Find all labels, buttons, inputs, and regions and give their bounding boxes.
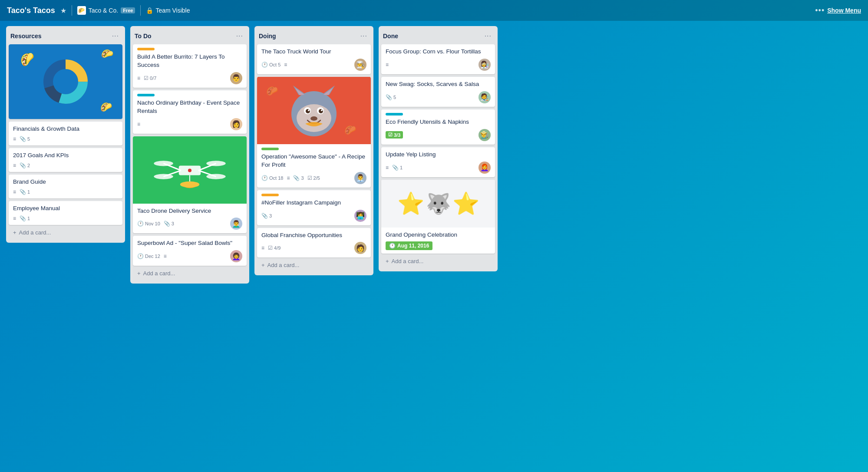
- card-swag-body: New Swag: Socks, Scarves & Salsa 📎 5 🧑‍🎨: [381, 77, 495, 107]
- sauce-footer: 🕐 Oct 18 ≡ 📎 3 ☑: [261, 172, 366, 184]
- avatar-nacho: 👩: [230, 118, 242, 130]
- card-goals-meta: ≡ 📎 2: [13, 162, 118, 168]
- card-franchise[interactable]: Global Franchise Opportunities ≡ ☑ 4/9 🧑: [257, 228, 371, 258]
- due-superbowl: 🕐 Dec 12: [137, 253, 160, 259]
- description-yelp: ≡: [386, 165, 389, 171]
- insta-attach: 3: [269, 213, 272, 218]
- workspace-info[interactable]: 🌮 Taco & Co. Free: [77, 6, 135, 15]
- add-card-todo[interactable]: + Add a card...: [133, 267, 247, 279]
- opening-meta: 🕐 Aug 11, 2016: [386, 241, 491, 250]
- card-brand[interactable]: Brand Guide ≡ 📎 1: [9, 175, 122, 198]
- visibility-icon: 🔒: [146, 7, 153, 14]
- card-nacho-title: Nacho Ordinary Birthday - Event Space Re…: [137, 99, 242, 116]
- header-divider: [72, 5, 72, 16]
- description-superbowl: ≡: [164, 253, 167, 259]
- checklist-sauce: ☑ 2/5: [307, 175, 320, 181]
- due-drone: 🕐 Nov 10: [137, 221, 160, 227]
- franchise-meta: ≡ ☑ 4/9: [261, 245, 281, 251]
- card-focus-group[interactable]: Focus Group: Corn vs. Flour Tortillas ≡ …: [381, 44, 495, 74]
- lines-icon-2: ≡: [13, 162, 16, 168]
- card-burrito[interactable]: Build A Better Burrito: 7 Layers To Succ…: [133, 44, 247, 88]
- paperclip-sauce: 📎: [293, 175, 300, 181]
- lines-icon: ≡: [13, 136, 16, 142]
- card-superbowl[interactable]: Superbowl Ad - "Super Salad Bowls" 🕐 Dec…: [133, 236, 247, 266]
- description-icon-goals: ≡: [13, 162, 16, 168]
- lines-icon-nacho: ≡: [137, 121, 140, 127]
- card-brand-meta: ≡ 📎 1: [13, 189, 118, 195]
- column-done: Done ··· Focus Group: Corn vs. Flour Tor…: [379, 26, 498, 271]
- due-sauce: 🕐 Oct 18: [261, 175, 283, 181]
- card-nacho[interactable]: Nacho Ordinary Birthday - Event Space Re…: [133, 90, 247, 134]
- column-header-doing: Doing ···: [254, 30, 373, 44]
- star-icon[interactable]: ★: [60, 7, 66, 15]
- column-content-todo: Build A Better Burrito: 7 Layers To Succ…: [130, 44, 249, 266]
- check-sauce: ☑: [307, 175, 312, 181]
- eco-footer: ☑ 3/3 👨‍🌾: [386, 129, 491, 141]
- card-taco-tour[interactable]: The Taco Truck World Tour 🕐 Oct 5 ≡ 👨‍🍳: [257, 44, 371, 74]
- column-menu-todo[interactable]: ···: [234, 31, 245, 41]
- column-title-todo: To Do: [135, 33, 152, 40]
- card-awesome-sauce[interactable]: 🌮 🌮: [257, 77, 371, 188]
- attachments-drone: 📎 3: [164, 221, 174, 227]
- card-yelp[interactable]: Update Yelp Listing ≡ 📎 1 👩‍🦰: [381, 147, 495, 177]
- wolf-svg: 🌮 🌮: [257, 77, 371, 144]
- paperclip-icon-4: 📎: [20, 215, 26, 221]
- column-menu-doing[interactable]: ···: [359, 31, 369, 41]
- visibility-info[interactable]: 🔒 Team Visible: [146, 7, 190, 14]
- card-focus-body: Focus Group: Corn vs. Flour Tortillas ≡ …: [381, 44, 495, 74]
- card-drone[interactable]: Taco Drone Delivery Service 🕐 Nov 10 📎 3: [133, 136, 247, 234]
- column-header-done: Done ···: [379, 30, 498, 44]
- column-menu-done[interactable]: ···: [483, 31, 493, 41]
- insta-meta: 📎 3: [261, 213, 272, 219]
- card-goals[interactable]: 2017 Goals And KPIs ≡ 📎 2: [9, 148, 122, 172]
- add-card-resources[interactable]: + Add a card...: [9, 227, 122, 238]
- card-eco[interactable]: Eco Friendly Utensils & Napkins ☑ 3/3 👨‍…: [381, 109, 495, 145]
- eco-meta: ☑ 3/3: [386, 131, 403, 139]
- svg-point-15: [180, 181, 199, 187]
- attachments-financials: 📎 5: [20, 136, 30, 142]
- yelp-meta: ≡ 📎 1: [386, 165, 403, 171]
- attachments-count-2: 2: [27, 163, 30, 168]
- card-swag[interactable]: New Swag: Socks, Scarves & Salsa 📎 5 🧑‍🎨: [381, 77, 495, 107]
- add-card-label-todo: Add a card...: [143, 270, 175, 277]
- label-cyan: [137, 94, 155, 96]
- card-financials[interactable]: Financials & Growth Data ≡ 📎 5: [9, 122, 122, 145]
- paperclip-drone: 📎: [164, 221, 170, 227]
- paperclip-icon-2: 📎: [20, 162, 26, 168]
- svg-point-29: [319, 109, 323, 113]
- description-icon-burrito: ≡: [137, 75, 140, 81]
- card-franchise-body: Global Franchise Opportunities ≡ ☑ 4/9 🧑: [257, 228, 371, 258]
- paperclip-yelp: 📎: [392, 165, 399, 171]
- card-employee-manual[interactable]: Employee Manual ≡ 📎 1: [9, 201, 122, 225]
- superbowl-footer: 🕐 Dec 12 ≡ 👩‍🦱: [137, 250, 242, 262]
- card-nacho-body: Nacho Ordinary Birthday - Event Space Re…: [133, 90, 247, 134]
- svg-point-28: [306, 109, 310, 113]
- clock-icon-opening: 🕐: [389, 243, 396, 249]
- add-card-doing[interactable]: + Add a card...: [257, 259, 371, 271]
- card-financials-title: Financials & Growth Data: [13, 125, 118, 133]
- due-tour: 🕐 Oct 5: [261, 62, 281, 68]
- focus-meta: ≡: [386, 62, 389, 68]
- description-icon-brand: ≡: [13, 189, 16, 195]
- card-grand-opening[interactable]: ⭐ 🐺 ⭐ Grand Opening Celebration 🕐 Aug 11…: [381, 180, 495, 254]
- card-instagram[interactable]: #NoFiller Instagram Campaign 📎 3 👩‍💻: [257, 190, 371, 225]
- card-donut-chart[interactable]: 🌮 🌮 🌮: [9, 44, 122, 119]
- card-eco-body: Eco Friendly Utensils & Napkins ☑ 3/3 👨‍…: [381, 109, 495, 145]
- attachments-sauce: 📎 3: [293, 175, 304, 181]
- avatar-sauce: 👨‍💼: [354, 172, 366, 184]
- show-menu-button[interactable]: Show Menu: [827, 7, 861, 14]
- card-brand-body: Brand Guide ≡ 📎 1: [9, 175, 122, 198]
- checklist-franchise: ☑ 4/9: [268, 245, 281, 251]
- svg-point-31: [321, 109, 323, 111]
- column-menu-resources[interactable]: ···: [110, 31, 121, 41]
- star-right: ⭐: [452, 191, 479, 216]
- card-brand-title: Brand Guide: [13, 178, 118, 186]
- yelp-footer: ≡ 📎 1 👩‍🦰: [386, 162, 491, 174]
- svg-point-16: [188, 168, 191, 172]
- svg-text:🌮: 🌮: [344, 124, 356, 136]
- add-card-done[interactable]: + Add a card...: [381, 255, 495, 267]
- svg-point-4: [57, 73, 74, 90]
- card-goals-title: 2017 Goals And KPIs: [13, 152, 118, 160]
- sauce-due-date: Oct 18: [269, 175, 283, 181]
- avatar-burrito: 👨: [230, 72, 242, 84]
